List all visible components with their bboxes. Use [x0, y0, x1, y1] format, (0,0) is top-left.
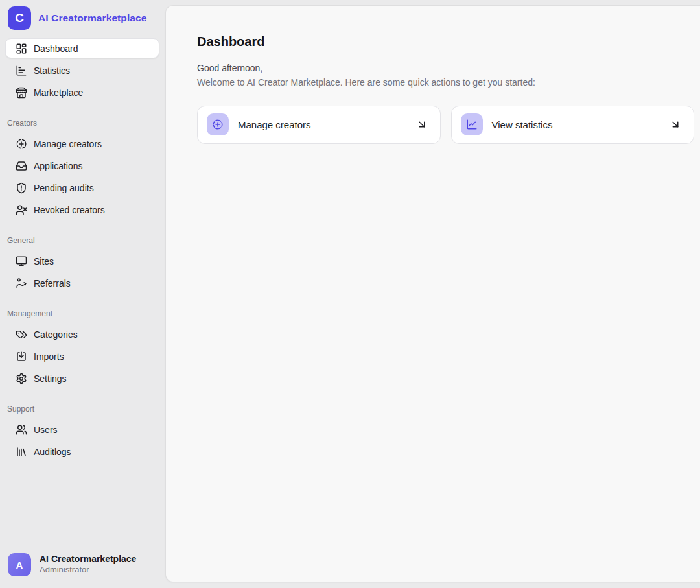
- welcome-text: Welcome to AI Creator Marketplace. Here …: [197, 76, 694, 89]
- sidebar-item-label: Auditlogs: [34, 447, 71, 457]
- sidebar-item-users[interactable]: Users: [5, 419, 159, 440]
- sidebar: C AI Creatormarketplace Dashboard Statis…: [0, 0, 165, 588]
- section-label-management: Management: [7, 309, 159, 318]
- section-label-creators: Creators: [7, 119, 159, 128]
- sidebar-nav: Dashboard Statistics Marketplace Creator…: [5, 38, 159, 464]
- sidebar-item-label: Categories: [34, 329, 78, 340]
- sidebar-user[interactable]: A AI Creatormarketplace Administrator: [5, 550, 159, 582]
- line-chart-icon: [461, 113, 483, 135]
- bar-chart-icon: [16, 65, 27, 76]
- brand: C AI Creatormarketplace: [5, 5, 159, 38]
- sidebar-item-imports[interactable]: Imports: [5, 346, 159, 366]
- page-title: Dashboard: [197, 34, 694, 49]
- sidebar-item-label: Settings: [34, 373, 67, 384]
- gear-icon: [16, 373, 27, 384]
- sidebar-item-categories[interactable]: Categories: [5, 324, 159, 344]
- sidebar-item-applications[interactable]: Applications: [5, 156, 159, 176]
- shield-alert-icon: [16, 182, 27, 194]
- arrow-down-right-icon: [416, 119, 428, 130]
- sidebar-item-marketplace[interactable]: Marketplace: [5, 82, 159, 102]
- inbox-icon: [16, 160, 27, 172]
- sidebar-item-label: Sites: [34, 256, 54, 266]
- sidebar-item-revoked-creators[interactable]: Revoked creators: [5, 200, 159, 220]
- card-label: Manage creators: [238, 119, 311, 130]
- greeting-text: Good afternoon,: [197, 62, 694, 75]
- users-icon: [16, 424, 27, 436]
- user-role: Administrator: [40, 565, 136, 576]
- avatar: A: [8, 553, 31, 576]
- store-icon: [16, 87, 27, 99]
- app-logo: C: [8, 6, 31, 30]
- import-tray-icon: [16, 351, 27, 362]
- main-panel: Dashboard Good afternoon, Welcome to AI …: [165, 5, 700, 582]
- sidebar-item-settings[interactable]: Settings: [5, 368, 159, 388]
- sidebar-item-label: Imports: [34, 351, 64, 362]
- app-title: AI Creatormarketplace: [38, 12, 147, 24]
- sidebar-item-referrals[interactable]: Referrals: [5, 273, 159, 293]
- referral-share-icon: [16, 277, 27, 289]
- sidebar-item-label: Revoked creators: [34, 205, 105, 215]
- sidebar-item-label: Referrals: [34, 278, 71, 288]
- avatar-letter: A: [16, 559, 23, 570]
- sidebar-item-pending-audits[interactable]: Pending audits: [5, 178, 159, 198]
- quick-actions: Manage creators View statistics: [197, 106, 694, 144]
- monitor-icon: [16, 255, 27, 267]
- view-statistics-card[interactable]: View statistics: [451, 106, 695, 144]
- audit-logs-icon: [16, 446, 27, 458]
- card-label: View statistics: [492, 119, 553, 130]
- sidebar-item-statistics[interactable]: Statistics: [5, 60, 159, 80]
- section-label-support: Support: [7, 405, 159, 414]
- layout-dashboard-icon: [16, 43, 27, 54]
- sidebar-item-label: Marketplace: [34, 88, 83, 98]
- sidebar-item-label: Pending audits: [34, 183, 94, 193]
- section-label-general: General: [7, 236, 159, 245]
- user-info: AI Creatormarketplace Administrator: [40, 554, 136, 576]
- logo-letter: C: [15, 11, 24, 25]
- circle-dashed-plus-icon: [16, 138, 27, 150]
- arrow-down-right-icon: [670, 119, 681, 130]
- circle-dashed-plus-icon: [207, 113, 229, 135]
- sidebar-item-label: Statistics: [34, 65, 70, 76]
- user-name: AI Creatormarketplace: [40, 554, 136, 565]
- sidebar-item-label: Manage creators: [34, 139, 102, 149]
- sidebar-item-sites[interactable]: Sites: [5, 251, 159, 271]
- sidebar-item-auditlogs[interactable]: Auditlogs: [5, 441, 159, 462]
- sidebar-item-manage-creators[interactable]: Manage creators: [5, 134, 159, 154]
- sidebar-item-dashboard[interactable]: Dashboard: [5, 38, 159, 58]
- sidebar-item-label: Users: [34, 425, 58, 435]
- sidebar-item-label: Dashboard: [34, 43, 78, 54]
- sidebar-item-label: Applications: [34, 161, 83, 171]
- user-x-icon: [16, 204, 27, 216]
- manage-creators-card[interactable]: Manage creators: [197, 106, 441, 144]
- tags-icon: [16, 329, 27, 340]
